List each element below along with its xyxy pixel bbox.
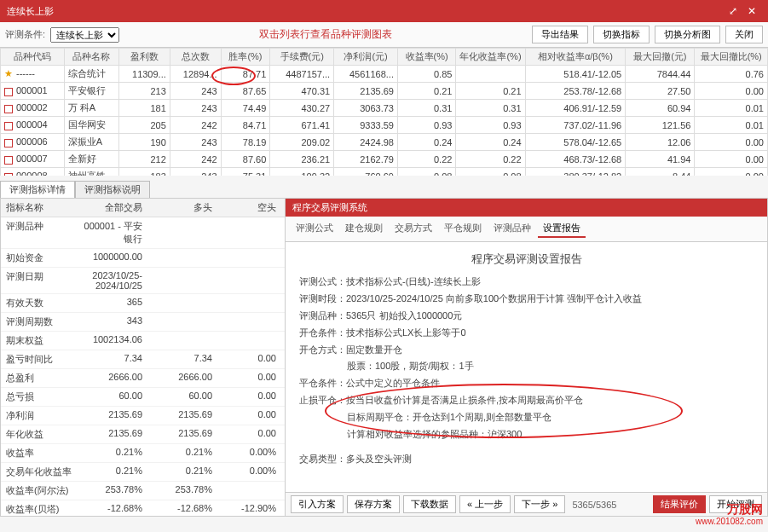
report-line: 平仓条件：公式中定义的平仓条件 (299, 375, 754, 392)
col-long: 多头 (147, 199, 217, 217)
condition-select[interactable]: 连续长上影 (50, 27, 119, 43)
col-header[interactable]: 收益率(%) (397, 49, 455, 66)
metric-row: 评测周期数343 (1, 313, 285, 332)
report-subtabs: 评测公式建仓规则交易方式平仓规则评测品种设置报告 (286, 217, 767, 242)
checkbox-icon[interactable] (4, 88, 13, 96)
prev-button[interactable]: « 上一步 (459, 495, 511, 513)
col-header[interactable]: 最大回撤(元) (626, 49, 695, 66)
metrics-panel: 指标名称 全部交易 多头 空头 评测品种000001 - 平安银行初始资金100… (0, 198, 286, 517)
sub-tab[interactable]: 设置报告 (538, 220, 586, 238)
metric-row: 总亏损60.0060.000.00 (1, 388, 285, 407)
tab-detail[interactable]: 评测指标详情 (0, 181, 75, 198)
metric-row: 评测品种000001 - 平安银行 (1, 217, 285, 249)
table-row[interactable]: 000004国华网安20524284.71671.419333.590.930.… (1, 117, 768, 134)
table-row[interactable]: 000008神州高铁18324375.31109.32760.690.080.0… (1, 168, 768, 176)
col-header[interactable]: 总次数 (170, 49, 221, 66)
col-header[interactable]: 相对收益率α/β(%) (525, 49, 626, 66)
close-button[interactable]: 关闭 (725, 26, 763, 43)
checkbox-icon[interactable] (4, 173, 13, 176)
metric-row: 净利润2135.692135.690.00 (1, 407, 285, 425)
col-header[interactable]: 盈利数 (118, 49, 170, 66)
metric-row: 收益率0.21%0.21%0.00% (1, 444, 285, 463)
table-row[interactable]: 000006深振业A19024378.19209.022424.980.240.… (1, 134, 768, 151)
sub-tab[interactable]: 交易方式 (390, 220, 437, 238)
expand-icon[interactable]: ⤢ (724, 5, 742, 17)
col-header[interactable]: 净利润(元) (334, 49, 398, 66)
switch-chart-button[interactable]: 切换分析图 (655, 26, 720, 43)
checkbox-icon[interactable] (4, 105, 13, 113)
table-row[interactable]: ★------综合统计11309...12894...87.714487157.… (1, 66, 768, 83)
brand-watermark: 万股网 www.201082.com (696, 502, 763, 527)
sub-tab[interactable]: 评测公式 (291, 220, 338, 238)
metric-row: 收益率(阿尔法)253.78%253.78% (1, 482, 285, 500)
star-icon: ★ (4, 68, 13, 78)
results-table[interactable]: 品种代码品种名称盈利数总次数胜率(%)手续费(元)净利润(元)收益率(%)年化收… (0, 48, 768, 176)
metric-row: 评测日期2023/10/25-2024/10/25 (1, 268, 285, 294)
condition-label: 评测条件: (5, 28, 45, 41)
report-line: 开仓条件：技术指标公式LX长上影等于0 (299, 325, 754, 342)
col-header[interactable]: 年化收益率(%) (456, 49, 525, 66)
results-table-wrap: 品种代码品种名称盈利数总次数胜率(%)手续费(元)净利润(元)收益率(%)年化收… (0, 48, 768, 176)
col-metric-name: 指标名称 (1, 199, 78, 217)
report-line: 目标周期平仓：开仓达到1个周期,则全部数量平仓 (299, 409, 754, 426)
metric-row: 盈亏时间比7.347.340.00 (1, 350, 285, 369)
sub-tab[interactable]: 建仓规则 (340, 220, 388, 238)
report-line: 评测品种：5365只 初始投入1000000元 (299, 308, 754, 325)
metric-row: 年化收益2135.692135.690.00 (1, 425, 285, 444)
sub-tab[interactable]: 评测品种 (488, 220, 536, 238)
titlebar-title: 连续长上影 (7, 5, 54, 18)
report-title: 程序交易评测设置报告 (299, 249, 754, 269)
col-header[interactable]: 品种代码 (1, 49, 65, 66)
metric-row: 期末权益1002134.06 (1, 332, 285, 350)
report-line: 评测公式：技术指标公式-(日线)-连续长上影 (299, 274, 754, 291)
report-line: 开仓方式：固定数量开仓 (299, 342, 754, 359)
next-button[interactable]: 下一步 » (514, 495, 565, 513)
report-panel-title: 程序交易评测系统 (286, 199, 767, 217)
report-line: 计算相对收益率选择的参照品种：沪深300 (299, 426, 754, 443)
export-button[interactable]: 导出结果 (532, 26, 588, 43)
import-plan-button[interactable]: 引入方案 (291, 495, 344, 513)
checkbox-icon[interactable] (4, 156, 13, 165)
metric-row: 收益率(贝塔)-12.68%-12.68%-12.90% (1, 500, 285, 517)
metric-row: 总盈利2666.002666.000.00 (1, 369, 285, 388)
metric-row: 初始资金1000000.00 (1, 249, 285, 268)
metric-row: 有效天数365 (1, 294, 285, 313)
sub-tab[interactable]: 平仓规则 (439, 220, 487, 238)
col-header[interactable]: 胜率(%) (221, 49, 270, 66)
progress-text: 5365/5365 (572, 500, 616, 510)
save-plan-button[interactable]: 保存方案 (347, 495, 400, 513)
tab-explain[interactable]: 评测指标说明 (75, 181, 150, 198)
toolbar-hint: 双击列表行查看品种评测图表 (124, 27, 527, 42)
switch-indicator-button[interactable]: 切换指标 (593, 26, 650, 43)
toolbar: 评测条件: 连续长上影 双击列表行查看品种评测图表 导出结果 切换指标 切换分析… (0, 22, 768, 48)
report-line: 评测时段：2023/10/25-2024/10/25 向前多取100个数据用于计… (299, 291, 754, 308)
report-line: 交易类型：多头及空头评测 (299, 451, 754, 468)
col-header[interactable]: 最大回撤比(%) (695, 49, 768, 66)
col-header[interactable]: 手续费(元) (270, 49, 334, 66)
checkbox-icon[interactable] (4, 139, 13, 147)
checkbox-icon[interactable] (4, 122, 13, 130)
col-header[interactable]: 品种名称 (64, 49, 118, 66)
report-line: 止损平仓：按当日收盘价计算是否满足止损条件,按本周期最高价平仓 (299, 392, 754, 409)
table-row[interactable]: 000001平安银行21324387.65470.312135.690.210.… (1, 83, 768, 100)
table-row[interactable]: 000007全新好21224287.60236.212162.790.220.2… (1, 151, 768, 168)
close-icon[interactable]: ✕ (742, 5, 761, 17)
col-short: 空头 (217, 199, 281, 217)
report-line: 股票：100股，期货/期权：1手 (299, 358, 754, 375)
titlebar: 连续长上影 ⤢ ✕ (0, 0, 768, 22)
report-body: 程序交易评测设置报告 评测公式：技术指标公式-(日线)-连续长上影 评测时段：2… (286, 242, 767, 492)
table-row[interactable]: 000002万 科A18124374.49430.273063.730.310.… (1, 100, 768, 117)
report-panel: 程序交易评测系统 评测公式建仓规则交易方式平仓规则评测品种设置报告 程序交易评测… (286, 198, 768, 517)
download-data-button[interactable]: 下载数据 (403, 495, 456, 513)
col-all: 全部交易 (78, 199, 147, 217)
metric-row: 交易年化收益率0.21%0.21%0.00% (1, 463, 285, 482)
detail-tabs: 评测指标详情 评测指标说明 (0, 181, 768, 198)
